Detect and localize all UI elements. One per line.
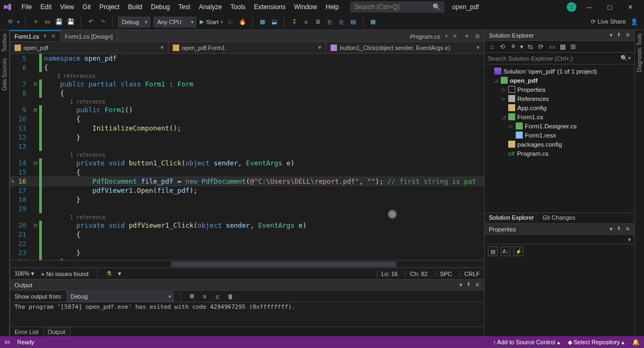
code-text[interactable]: namespace open_pdf [44,54,484,63]
pin-icon[interactable]: 🖈 [42,33,48,39]
tab-error-list[interactable]: Error List [10,328,43,336]
sln-tb-icon[interactable]: ▭ [548,43,555,50]
code-line[interactable]: 13 [10,142,484,151]
tab-form1-cs[interactable]: Form1.cs 🖈 ✕ [10,30,61,41]
code-line[interactable]: 1 reference [10,213,484,221]
tree-designer[interactable]: Form1.Designer.cs [525,123,577,129]
panel-dropdown-icon[interactable]: ▾ [610,226,613,233]
tool-icon-4[interactable]: ≡ [302,18,310,26]
output-tool-icon-3[interactable]: ⎌ [213,292,222,301]
solution-config-dropdown[interactable]: Debug [118,17,150,27]
close-tab-icon[interactable]: ✕ [452,33,457,40]
props-events-icon[interactable]: ⚡ [514,247,523,256]
menu-file[interactable]: File [17,2,36,12]
code-text[interactable]: PdfDocument file_pdf = new PdfDocument(@… [44,177,484,186]
code-line[interactable]: 22 [10,239,484,248]
tabs-overflow-icon[interactable]: ▾ [463,33,471,40]
close-tab-icon[interactable]: ✕ [51,33,56,40]
tab-git-changes[interactable]: Git Changes [538,213,580,223]
code-text[interactable]: private void button1_Click(object sender… [44,158,484,168]
tree-references[interactable]: References [517,96,549,102]
code-text[interactable]: 1 reference [44,97,484,106]
tab-form1-design[interactable]: Form1.cs [Design] [61,32,118,41]
solution-search-input[interactable]: Search Solution Explorer (Ctrl+;) 🔍▾ [485,53,634,64]
menu-git[interactable]: Git [78,2,95,12]
save-icon[interactable]: 💾 [55,18,63,26]
menu-edit[interactable]: Edit [36,2,56,12]
code-text[interactable]: 3 references [44,71,484,81]
tree-solution[interactable]: Solution 'open_pdf' (1 of 1 project) [503,68,597,75]
indent-indicator[interactable]: SPC [435,271,452,277]
lightbulb-icon[interactable]: ⚗ [106,270,112,277]
panel-close-icon[interactable]: ✕ [475,281,480,288]
nav-member-dropdown[interactable]: button1_Click(object sender, EventArgs e… [326,42,484,53]
code-line[interactable]: 18 } [10,195,484,204]
nav-back-icon[interactable]: ⟲ [5,18,14,26]
tool-icon-3[interactable]: ↧ [290,18,298,26]
sln-tb-icon[interactable]: ⟳ [537,43,545,50]
sln-tb-icon[interactable]: ⌂ [488,43,495,50]
fold-toggle[interactable]: ⊟ [32,105,39,114]
window-restore-button[interactable]: ▢ [602,4,617,11]
hot-reload-icon[interactable]: 🔥 [238,18,247,26]
tool-icon-9[interactable]: ▦ [369,18,377,26]
tree-project[interactable]: open_pdf [510,77,538,84]
code-line[interactable]: 1 reference [10,151,484,158]
menu-project[interactable]: Project [95,2,123,12]
menu-analyze[interactable]: Analyze [195,2,226,12]
menu-window[interactable]: Window [290,2,321,12]
feedback-icon[interactable]: 👤 [630,18,639,26]
output-tool-icon-4[interactable]: 🗑 [226,292,235,301]
code-text[interactable]: public partial class Form1 : Form [44,79,484,89]
code-text[interactable]: { [44,89,484,98]
select-repository-button[interactable]: ◆ Select Repository ▴ [568,339,625,346]
tab-solution-explorer[interactable]: Solution Explorer [485,213,538,223]
sln-tb-icon[interactable]: ⊞ [569,43,577,50]
editor-horizontal-scrollbar[interactable] [10,260,484,267]
rail-toolbox[interactable]: Toolbox [2,33,8,52]
code-line[interactable]: 3 references [10,72,484,79]
live-share-button[interactable]: ⟳ Live Share [591,18,626,25]
line-indicator[interactable]: Ln: 16 [377,271,398,277]
new-item-icon[interactable]: ✧ [31,18,40,26]
code-line[interactable]: 16 PdfDocument file_pdf = new PdfDocumen… [10,177,484,186]
sln-tb-icon[interactable]: ⟲ [499,43,506,50]
account-avatar[interactable]: S [567,2,576,12]
output-tool-icon-1[interactable]: ≣ [187,292,196,301]
sln-tb-icon[interactable]: ⚘ [509,43,517,50]
code-text[interactable]: private void pdfViewer1_Click(object sen… [44,221,484,230]
menu-build[interactable]: Build [124,2,147,12]
zoom-dropdown[interactable]: 106% ▾ [14,270,34,277]
menu-help[interactable]: Help [321,2,343,12]
add-source-control-button[interactable]: ↑ Add to Source Control ▴ [493,339,560,346]
code-line[interactable]: 10 { [10,114,484,124]
code-text[interactable]: InitializeComponent(); [44,124,484,133]
code-line[interactable]: 11 InitializeComponent(); [10,124,484,133]
panel-pin-icon[interactable]: 🖈 [616,32,622,39]
code-line[interactable]: 20⊟ private void pdfViewer1_Click(object… [10,221,484,230]
tool-icon-6[interactable]: ⎘ [325,18,334,26]
code-text[interactable]: { [44,168,484,177]
menu-debug[interactable]: Debug [147,2,174,12]
panel-dropdown-icon[interactable]: ▾ [610,32,613,39]
menu-extensions[interactable]: Extensions [250,2,290,12]
tree-properties[interactable]: Properties [517,86,545,93]
code-text[interactable]: { [44,230,484,239]
panel-close-icon[interactable]: ✕ [625,32,630,39]
start-without-debug-icon[interactable]: ▷ [226,18,235,26]
code-line[interactable]: 19 [10,204,484,213]
tab-output[interactable]: Output [43,328,70,336]
props-object-dropdown[interactable]: ▾ [485,235,634,244]
col-indicator[interactable]: Ch: 82 [405,271,427,277]
tree-packages[interactable]: packages.config [517,141,562,148]
props-alpha-icon[interactable]: A↓ [501,247,510,256]
undo-icon[interactable]: ↶ [86,18,95,26]
panel-pin-icon[interactable]: 🖈 [616,226,622,233]
notifications-icon[interactable]: 🔔 [632,339,640,346]
code-line[interactable]: 12 } [10,133,484,142]
code-text[interactable]: public Form1() [44,105,484,114]
issues-label[interactable]: No issues found [46,271,89,277]
code-text[interactable]: { [44,114,484,124]
start-debug-button[interactable]: ▶ Start ▾ [200,18,223,25]
fold-toggle[interactable]: ⊟ [32,79,39,89]
